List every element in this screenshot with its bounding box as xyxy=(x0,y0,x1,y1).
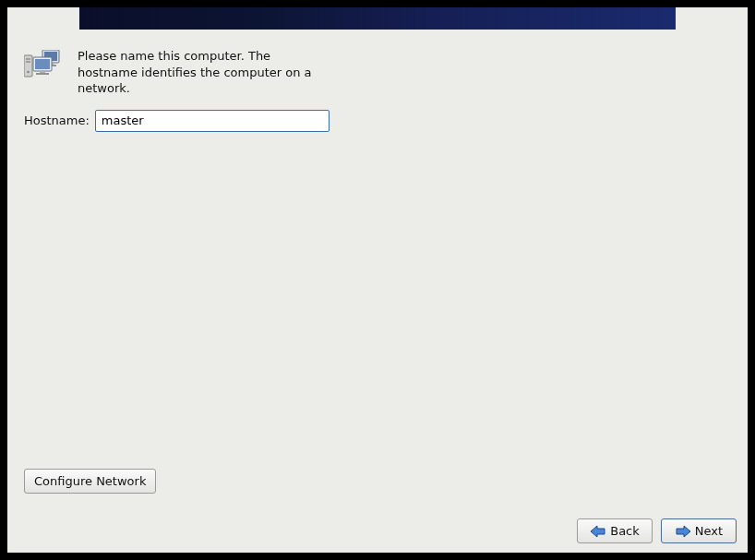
svg-rect-10 xyxy=(26,61,30,63)
svg-point-11 xyxy=(27,71,29,73)
outer-frame: Please name this computer. The hostname … xyxy=(0,0,755,560)
installer-window: Please name this computer. The hostname … xyxy=(7,7,748,553)
hostname-row: Hostname: xyxy=(24,110,731,132)
intro-row: Please name this computer. The hostname … xyxy=(24,48,731,97)
back-label: Back xyxy=(610,524,640,538)
svg-rect-6 xyxy=(40,71,45,73)
back-button[interactable]: Back xyxy=(577,518,653,543)
next-button[interactable]: Next xyxy=(661,518,737,543)
configure-network-label: Configure Network xyxy=(34,474,146,488)
configure-network-button[interactable]: Configure Network xyxy=(24,469,156,494)
computer-network-icon xyxy=(24,50,66,81)
arrow-right-icon xyxy=(675,525,691,538)
header-banner xyxy=(79,7,676,30)
hostname-label: Hostname: xyxy=(24,113,90,127)
arrow-left-icon xyxy=(590,525,606,538)
hostname-input[interactable] xyxy=(95,110,330,132)
svg-rect-7 xyxy=(36,73,49,75)
next-label: Next xyxy=(695,524,723,538)
intro-text: Please name this computer. The hostname … xyxy=(78,48,318,97)
svg-rect-5 xyxy=(35,59,50,69)
svg-rect-9 xyxy=(26,58,30,60)
footer-bar: Back Next xyxy=(577,518,737,543)
